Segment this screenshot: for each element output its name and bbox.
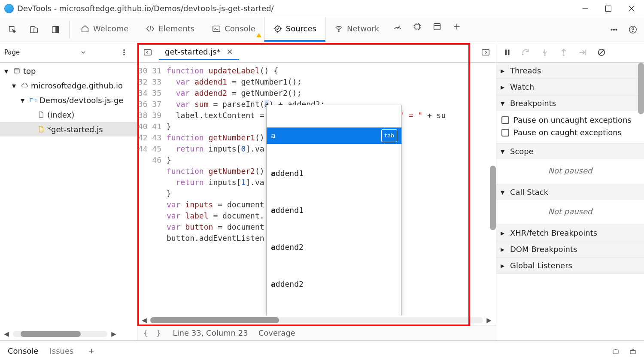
autocomplete-item[interactable]: atab: [267, 127, 401, 144]
dock-side-button[interactable]: [46, 20, 65, 39]
more-options-button[interactable]: [605, 20, 623, 39]
svg-point-48: [544, 54, 546, 56]
svg-rect-58: [630, 350, 635, 354]
file-icon: [37, 111, 45, 118]
section-breakpoints[interactable]: ▾Breakpoints: [496, 95, 644, 111]
checkbox-pause-caught[interactable]: Pause on caught exceptions: [501, 126, 639, 139]
svg-rect-6: [34, 28, 37, 33]
tree-row-get-started[interactable]: *get-started.js: [0, 122, 137, 137]
navigator-view-dropdown[interactable]: Page: [4, 49, 87, 56]
section-call-stack[interactable]: ▾Call Stack: [496, 184, 644, 200]
close-tab-button[interactable]: ✕: [225, 47, 235, 56]
section-xhr-breakpoints[interactable]: ▸XHR/fetch Breakpoints: [496, 225, 644, 241]
svg-rect-8: [56, 26, 58, 33]
tab-welcome[interactable]: Welcome: [72, 17, 137, 42]
navigator-scrollbar[interactable]: ◀ ▶: [0, 328, 137, 340]
debugger-scrollbar[interactable]: [638, 63, 644, 174]
tab-console-label: Console: [225, 24, 255, 33]
toggle-navigator-button[interactable]: [140, 46, 155, 59]
checkbox-pause-uncaught[interactable]: Pause on uncaught exceptions: [501, 114, 639, 126]
window-maximize-button[interactable]: [598, 1, 618, 16]
tab-sources[interactable]: Sources: [264, 17, 325, 42]
device-emulation-button[interactable]: [24, 20, 44, 39]
status-line-col: Line 33, Column 23: [173, 328, 248, 337]
help-button[interactable]: [624, 20, 641, 39]
svg-line-54: [599, 49, 605, 55]
workspace: Page ▾ top ▾ microsoftedge.github.io ▾ D…: [0, 42, 644, 340]
svg-rect-57: [613, 350, 618, 354]
step-out-button[interactable]: [556, 45, 572, 60]
svg-point-37: [124, 49, 125, 50]
inspect-element-button[interactable]: [3, 20, 22, 39]
tab-elements[interactable]: Elements: [137, 17, 203, 42]
drawer-expand-button[interactable]: [624, 342, 641, 361]
code-content[interactable]: function updateLabel() { var addend1 = g…: [167, 63, 496, 315]
autocomplete-item[interactable]: addend2: [267, 240, 401, 255]
section-scope[interactable]: ▾Scope: [496, 143, 644, 159]
toggle-debugger-button[interactable]: [478, 46, 493, 59]
tab-application[interactable]: [427, 17, 447, 36]
svg-line-9: [150, 26, 151, 31]
tab-memory[interactable]: [407, 17, 427, 36]
tab-network[interactable]: Network: [325, 17, 388, 42]
autocomplete-item[interactable]: addend1: [267, 203, 401, 218]
tree-row-domain[interactable]: ▾ microsoftedge.github.io: [0, 78, 137, 93]
debugger-toolbar: [496, 42, 644, 63]
drawer-tab-console[interactable]: Console: [6, 343, 40, 359]
console-warning-indicator-icon: [256, 33, 261, 37]
svg-point-36: [632, 31, 633, 32]
autocomplete-item[interactable]: addEventListener: [267, 314, 401, 315]
pause-button[interactable]: [499, 45, 515, 60]
autocomplete-item[interactable]: addend2: [267, 277, 401, 291]
svg-point-50: [563, 54, 565, 56]
svg-rect-10: [213, 26, 220, 31]
file-tree: ▾ top ▾ microsoftedge.github.io ▾ Demos/…: [0, 63, 137, 328]
svg-rect-40: [14, 69, 19, 73]
window-close-button[interactable]: [622, 1, 641, 16]
step-into-button[interactable]: [537, 45, 553, 60]
tab-performance[interactable]: [388, 17, 407, 36]
drawer-tab-issues[interactable]: Issues: [48, 343, 75, 359]
drawer-settings-button[interactable]: [607, 342, 624, 361]
editor-tab-get-started[interactable]: get-started.js* ✕: [159, 45, 239, 60]
folder-icon: [29, 96, 37, 104]
main-tabstrip: Welcome Elements Console Sources Network: [0, 17, 644, 42]
editor-panel: get-started.js* ✕ 30 31 32 33 34 35 36 3…: [137, 42, 496, 340]
section-watch[interactable]: ▸Watch: [496, 79, 644, 95]
svg-point-17: [338, 30, 339, 31]
editor-vertical-scrollbar[interactable]: [490, 63, 496, 303]
scope-not-paused: Not paused: [501, 162, 639, 179]
autocomplete-item[interactable]: addend1: [267, 166, 401, 181]
navigator-view-label: Page: [4, 49, 20, 56]
svg-rect-44: [505, 49, 507, 55]
section-threads[interactable]: ▸Threads: [496, 63, 644, 79]
tree-row-index[interactable]: (index): [0, 107, 137, 122]
step-button[interactable]: [574, 45, 591, 60]
js-file-icon: [37, 125, 45, 133]
tab-console[interactable]: Console: [203, 17, 264, 42]
svg-rect-42: [144, 49, 152, 55]
tree-row-top[interactable]: ▾ top: [0, 64, 137, 78]
cloud-icon: [21, 82, 28, 89]
svg-point-39: [124, 54, 125, 55]
tree-row-folder[interactable]: ▾ Demos/devtools-js-ge: [0, 93, 137, 107]
scroll-left-icon[interactable]: ◀: [3, 330, 10, 338]
navigator-more-button[interactable]: [115, 43, 133, 62]
scroll-right-icon[interactable]: ▶: [110, 330, 118, 338]
tab-network-label: Network: [347, 24, 379, 33]
window-minimize-button[interactable]: [575, 1, 595, 16]
tab-hint-badge: tab: [381, 129, 397, 142]
deactivate-breakpoints-button[interactable]: [593, 45, 610, 60]
section-global-listeners[interactable]: ▸Global Listeners: [496, 258, 644, 273]
section-dom-breakpoints[interactable]: ▸DOM Breakpoints: [496, 241, 644, 257]
more-tabs-button[interactable]: [447, 17, 467, 36]
autocomplete-popup[interactable]: atab addend1 addend1 addend2 addend2 add…: [266, 105, 402, 315]
debugger-panel: ▸Threads ▸Watch ▾Breakpoints Pause on un…: [496, 42, 644, 340]
editor-horizontal-scrollbar[interactable]: ◀▶: [137, 315, 496, 325]
step-over-button[interactable]: [518, 45, 534, 60]
code-editor[interactable]: 30 31 32 33 34 35 36 37 38 39 40 41 42 4…: [137, 63, 496, 315]
pretty-print-button[interactable]: { }: [143, 328, 163, 337]
chevron-down-icon: [80, 49, 87, 56]
drawer-more-tabs-button[interactable]: [83, 342, 100, 361]
window-title: DevTools - microsoftedge.github.io/Demos…: [17, 4, 273, 13]
